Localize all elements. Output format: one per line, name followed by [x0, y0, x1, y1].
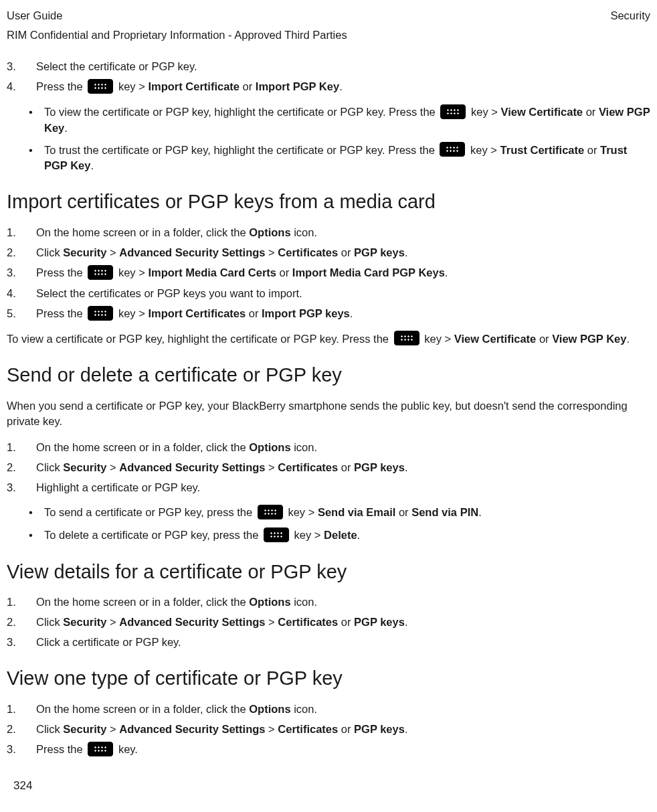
list-item: 5. Press the key > Import Certificates o…: [7, 306, 650, 322]
text-fragment: key >: [115, 266, 148, 278]
text-fragment: .: [445, 266, 448, 278]
list-item: 4. Press the key > Import Certificate or…: [7, 79, 650, 95]
list-text: On the home screen or in a folder, click…: [36, 225, 650, 240]
list-number: 1.: [7, 594, 36, 610]
list-text: Highlight a certificate or PGP key.: [36, 480, 650, 495]
import-ordered-list: 1. On the home screen or in a folder, cl…: [7, 225, 650, 322]
list-number: 2.: [7, 245, 36, 260]
text-fragment: Click: [36, 616, 63, 628]
text-fragment: or: [240, 80, 256, 92]
text-fragment: >: [266, 461, 278, 473]
text-fragment: On the home screen or in a folder, click…: [36, 703, 249, 715]
text-fragment: Click: [36, 723, 63, 735]
bold-text: Security: [63, 246, 106, 258]
list-item: 3. Press the key.: [7, 742, 650, 758]
list-number: 4.: [7, 286, 36, 301]
list-text: To delete a certificate or PGP key, pres…: [44, 527, 650, 544]
bullet-icon: •: [7, 104, 44, 120]
list-number: 2.: [7, 615, 36, 630]
confidential-line: RIM Confidential and Proprietary Informa…: [7, 27, 650, 43]
text-fragment: .: [626, 333, 630, 345]
list-number: 3.: [7, 480, 36, 495]
list-text: Select the certificate or PGP key.: [36, 59, 650, 74]
bold-text: Certificates: [278, 461, 338, 473]
text-fragment: or: [583, 106, 599, 118]
list-text: Click Security > Advanced Security Setti…: [36, 615, 650, 630]
list-text: On the home screen or in a folder, click…: [36, 440, 650, 455]
send-intro: When you send a certificate or PGP key, …: [7, 398, 650, 429]
bold-text: Options: [249, 703, 290, 715]
text-fragment: or: [395, 506, 411, 518]
blackberry-key-icon: [264, 527, 289, 542]
list-text: Press the key > Import Media Card Certs …: [36, 265, 650, 281]
bold-text: PGP keys: [354, 461, 405, 473]
blackberry-key-icon: [258, 505, 283, 519]
bold-text: Certificates: [278, 723, 338, 735]
text-fragment: On the home screen or in a folder, click…: [36, 226, 249, 238]
text-fragment: .: [339, 80, 343, 92]
list-text: Press the key.: [36, 742, 650, 758]
list-number: 4.: [7, 79, 36, 94]
list-number: 3.: [7, 742, 36, 757]
list-item: • To view the certificate or PGP key, hi…: [7, 104, 650, 136]
text-fragment: key >: [291, 529, 324, 541]
text-fragment: key >: [285, 506, 318, 518]
list-item: 3. Select the certificate or PGP key.: [7, 59, 650, 74]
bold-text: View Certificate: [500, 106, 583, 118]
text-fragment: Press the: [36, 80, 86, 92]
list-text: Click Security > Advanced Security Setti…: [36, 460, 650, 475]
list-number: 3.: [7, 59, 36, 74]
list-item: 3. Highlight a certificate or PGP key.: [7, 480, 650, 495]
list-item: 3. Press the key > Import Media Card Cer…: [7, 265, 650, 281]
list-item: 1. On the home screen or in a folder, cl…: [7, 225, 650, 240]
list-item: • To send a certificate or PGP key, pres…: [7, 505, 650, 521]
text-fragment: To view a certificate or PGP key, highli…: [7, 333, 392, 345]
import-note: To view a certificate or PGP key, highli…: [7, 331, 650, 347]
blackberry-key-icon: [88, 742, 113, 756]
text-fragment: .: [357, 529, 361, 541]
list-text: To send a certificate or PGP key, press …: [44, 505, 650, 521]
text-fragment: On the home screen or in a folder, click…: [36, 441, 249, 453]
send-bullet-list: • To send a certificate or PGP key, pres…: [7, 505, 650, 543]
list-number: 1.: [7, 225, 36, 240]
list-item: 1. On the home screen or in a folder, cl…: [7, 594, 650, 610]
text-fragment: icon.: [291, 703, 317, 715]
blackberry-key-icon: [394, 331, 419, 345]
list-text: Click Security > Advanced Security Setti…: [36, 722, 650, 737]
bold-text: PGP keys: [354, 616, 405, 628]
bold-text: View Certificate: [454, 333, 537, 345]
bold-text: Import PGP Key: [256, 80, 339, 92]
text-fragment: icon.: [291, 226, 317, 238]
list-item: 3. Click a certificate or PGP key.: [7, 635, 650, 650]
text-fragment: or: [584, 144, 600, 156]
list-item: 1. On the home screen or in a folder, cl…: [7, 702, 650, 717]
text-fragment: key >: [115, 307, 148, 319]
text-fragment: .: [350, 307, 353, 319]
bold-text: Advanced Security Settings: [119, 616, 265, 628]
bold-text: Certificates: [278, 616, 338, 628]
text-fragment: .: [64, 122, 68, 134]
list-text: To view the certificate or PGP key, high…: [44, 104, 650, 136]
list-text: On the home screen or in a folder, click…: [36, 594, 650, 610]
blackberry-key-icon: [440, 142, 465, 157]
list-item: • To trust the certificate or PGP key, h…: [7, 143, 650, 174]
text-fragment: Click: [36, 461, 63, 473]
text-fragment: .: [405, 616, 408, 628]
bold-text: Import Certificates: [148, 307, 246, 319]
bullet-icon: •: [7, 143, 44, 158]
text-fragment: or: [338, 723, 354, 735]
text-fragment: or: [246, 307, 262, 319]
text-fragment: or: [338, 246, 354, 258]
heading-view-details: View details for a certificate or PGP ke…: [7, 558, 650, 586]
text-fragment: >: [266, 723, 278, 735]
text-fragment: icon.: [291, 441, 317, 453]
top-ordered-list: 3. Select the certificate or PGP key. 4.…: [7, 59, 650, 95]
text-fragment: key >: [421, 333, 454, 345]
list-item: 2. Click Security > Advanced Security Se…: [7, 245, 650, 260]
bold-text: Import Media Card PGP Keys: [292, 266, 445, 278]
bold-text: Certificates: [278, 246, 338, 258]
text-fragment: or: [536, 333, 552, 345]
blackberry-key-icon: [440, 104, 466, 119]
bold-text: Security: [63, 616, 106, 628]
list-number: 2.: [7, 460, 36, 475]
